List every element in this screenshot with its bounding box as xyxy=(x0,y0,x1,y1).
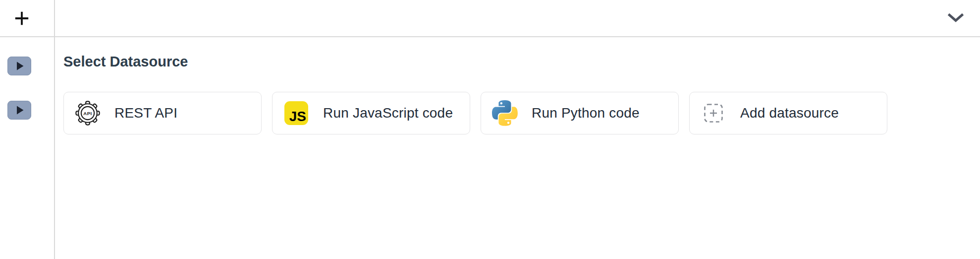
play-icon xyxy=(15,106,24,115)
datasource-card-label: Run Python code xyxy=(532,105,640,121)
javascript-icon: JS xyxy=(282,99,310,127)
run-query-button[interactable] xyxy=(7,57,31,75)
run-query-button[interactable] xyxy=(7,101,31,120)
plus-icon xyxy=(14,10,30,26)
panel-topbar xyxy=(0,0,980,37)
datasource-picker: Select Datasource xyxy=(56,37,980,259)
datasource-card-label: REST API xyxy=(114,105,177,121)
datasource-card-add-datasource[interactable]: Add datasource xyxy=(689,92,887,134)
datasource-card-label: Run JavaScript code xyxy=(323,105,453,121)
page-title: Select Datasource xyxy=(63,54,188,70)
tab-strip-left-cell xyxy=(0,0,55,36)
rest-api-icon-text: API xyxy=(83,111,92,116)
datasource-card-label: Add datasource xyxy=(740,105,839,121)
datasource-card-list: API REST API JS Run JavaScript code xyxy=(63,92,887,134)
rest-api-gear-icon: API xyxy=(74,99,102,127)
add-datasource-dashed-icon xyxy=(700,99,727,127)
javascript-icon-text: JS xyxy=(284,101,308,125)
play-icon xyxy=(15,62,24,70)
datasource-card-rest-api[interactable]: API REST API xyxy=(63,92,262,134)
chevron-down-icon xyxy=(946,12,965,22)
python-icon xyxy=(491,99,519,127)
datasource-card-run-python[interactable]: Run Python code xyxy=(481,92,679,134)
query-builder-panel: Select Datasource xyxy=(0,0,980,259)
query-run-rail xyxy=(0,37,55,259)
add-query-button[interactable] xyxy=(12,8,32,28)
collapse-panel-button[interactable] xyxy=(944,10,967,24)
datasource-card-run-javascript[interactable]: JS Run JavaScript code xyxy=(272,92,470,134)
